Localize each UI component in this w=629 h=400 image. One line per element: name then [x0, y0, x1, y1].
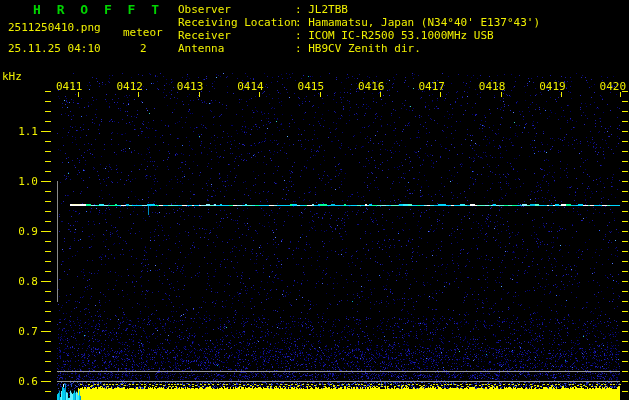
freq-tick-label: 1.1 — [2, 125, 38, 138]
hrofft-window: H R O F F T 2511250410.png meteor 25.11.… — [0, 0, 629, 400]
freq-tick-label: 0.8 — [2, 275, 38, 288]
freq-tick-label: 0.9 — [2, 225, 38, 238]
freq-tick-label: 0.6 — [2, 375, 38, 388]
freq-tick-label: 0.7 — [2, 325, 38, 338]
freq-axis: 1.11.00.90.80.70.6 — [0, 0, 629, 400]
freq-tick-label: 1.0 — [2, 175, 38, 188]
